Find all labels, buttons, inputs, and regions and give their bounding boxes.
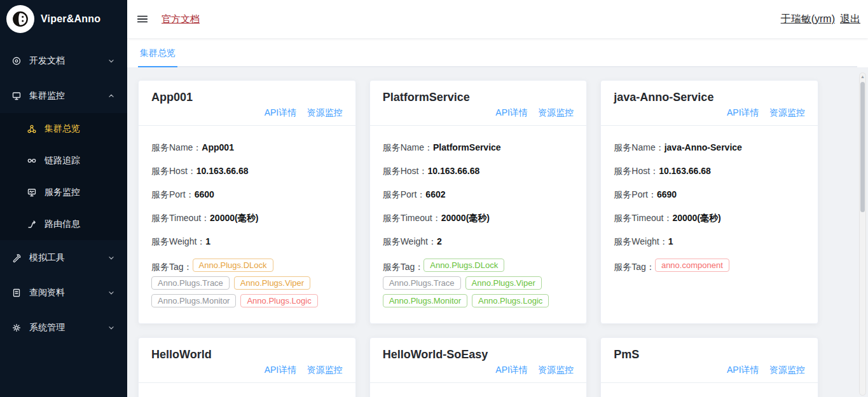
card-header: HelloWorld API详情 资源监控	[139, 338, 355, 383]
field-label: 服务Tag：	[151, 262, 193, 272]
route-icon	[27, 219, 37, 229]
api-detail-link[interactable]: API详情	[727, 365, 759, 375]
service-tag: Anno.Plugs.Logic	[240, 294, 317, 307]
card-links: API详情 资源监控	[383, 107, 574, 119]
service-tag: Anno.Plugs.Viper	[465, 276, 542, 290]
row-service-timeout: 服务Timeout：20000(毫秒)	[151, 212, 343, 225]
field-value: 1	[668, 236, 673, 246]
card-links: API详情 资源监控	[614, 364, 805, 376]
sidebar-item-label: 服务监控	[45, 187, 80, 198]
sidebar-item-label: 集群总览	[45, 123, 80, 135]
api-detail-link[interactable]: API详情	[495, 107, 528, 118]
row-service-timeout: 服务Timeout：20000(毫秒)	[614, 212, 805, 225]
row-service-timeout: 服务Timeout：20000(毫秒)	[383, 212, 574, 225]
card-title: App001	[151, 91, 343, 104]
service-card: PmS API详情 资源监控 服务Name：PmS	[600, 337, 818, 397]
sidebar-item-mock-tools[interactable]: 模拟工具	[0, 240, 127, 275]
sidebar-item-reference-docs[interactable]: 查阅资料	[0, 275, 127, 310]
scroll-up-arrow-icon[interactable]: ▲	[860, 73, 865, 81]
service-tag: Anno.Plugs.Viper	[234, 276, 310, 290]
card-tags: anno.component	[655, 262, 734, 272]
api-detail-link[interactable]: API详情	[265, 365, 297, 375]
resource-monitor-link[interactable]: 资源监控	[307, 365, 343, 375]
top-header: 官方文档 于瑞敏(yrm) 退出	[127, 0, 868, 38]
service-tag: Anno.Plugs.Monitor	[151, 294, 236, 307]
username-link[interactable]: 于瑞敏(yrm)	[781, 13, 835, 26]
tab-cluster-overview[interactable]: 集群总览	[138, 48, 177, 67]
service-tag: Anno.Plugs.Logic	[472, 294, 549, 307]
app-root: Viper&Anno 开发文档 集群监控 集群总览 链路追踪	[0, 0, 868, 397]
card-header: java-Anno-Service API详情 资源监控	[601, 81, 818, 126]
content-area: App001 API详情 资源监控 服务Name：App001 服务Host：1…	[127, 67, 868, 397]
card-body: 服务Name：App001 服务Host：10.163.66.68 服务Port…	[139, 126, 355, 323]
header-user-area: 于瑞敏(yrm) 退出	[781, 13, 862, 26]
official-docs-link[interactable]: 官方文档	[162, 13, 200, 25]
card-links: API详情 资源监控	[151, 364, 343, 376]
card-body: 服务Name：HelloWorld	[139, 383, 355, 397]
sidebar-item-cluster-monitor[interactable]: 集群监控	[0, 78, 127, 113]
row-service-name: 服务Name：java-Anno-Service	[614, 141, 805, 154]
field-label: 服务Tag：	[614, 262, 655, 272]
field-label: 服务Timeout：	[383, 213, 441, 223]
resource-monitor-link[interactable]: 资源监控	[769, 107, 805, 118]
field-value: App001	[202, 142, 234, 152]
card-title: HelloWorld-SoEasy	[383, 348, 574, 361]
resource-monitor-link[interactable]: 资源监控	[769, 365, 805, 375]
sidebar-collapse-button[interactable]	[136, 13, 149, 25]
field-value: 20000(毫秒)	[210, 213, 258, 223]
field-value: 10.163.66.68	[196, 166, 249, 176]
api-detail-link[interactable]: API详情	[727, 107, 759, 118]
service-tag: Anno.Plugs.DLock	[193, 259, 273, 272]
card-header: HelloWorld-SoEasy API详情 资源监控	[370, 338, 587, 383]
resource-monitor-link[interactable]: 资源监控	[538, 107, 574, 118]
field-label: 服务Host：	[383, 166, 428, 176]
card-title: PmS	[614, 348, 805, 361]
card-body: 服务Name：PmS	[601, 383, 818, 397]
field-value: 20000(毫秒)	[672, 213, 720, 223]
api-detail-link[interactable]: API详情	[265, 107, 297, 118]
card-header: PlatformService API详情 资源监控	[370, 81, 587, 126]
row-service-weight: 服务Weight：2	[383, 235, 574, 248]
card-title: PlatformService	[383, 91, 574, 104]
row-service-host: 服务Host：10.163.66.68	[614, 165, 805, 178]
logout-link[interactable]: 退出	[840, 13, 860, 26]
field-label: 服务Host：	[614, 166, 659, 176]
scrollbar-thumb[interactable]	[860, 82, 865, 212]
hamburger-icon	[136, 13, 149, 25]
field-label: 服务Name：	[151, 142, 202, 152]
card-links: API详情 资源监控	[614, 107, 805, 119]
tabs-inner: 集群总览	[138, 47, 857, 67]
service-monitor-icon	[27, 187, 37, 198]
sidebar-item-route-info[interactable]: 路由信息	[0, 208, 127, 240]
card-links: API详情 资源监控	[383, 364, 574, 376]
sidebar-item-system-admin[interactable]: 系统管理	[0, 310, 127, 345]
resource-monitor-link[interactable]: 资源监控	[307, 107, 343, 118]
service-card: HelloWorld-SoEasy API详情 资源监控 服务Name：Hell…	[369, 337, 588, 397]
sidebar-item-dev-docs[interactable]: 开发文档	[0, 43, 127, 78]
field-label: 服务Port：	[151, 189, 195, 199]
resource-monitor-link[interactable]: 资源监控	[538, 365, 574, 375]
document-icon	[11, 288, 22, 298]
row-service-host: 服务Host：10.163.66.68	[383, 165, 574, 178]
field-value: 6602	[425, 189, 445, 199]
card-body: 服务Name：HelloWorld-SoEasy	[370, 383, 587, 397]
logo-area: Viper&Anno	[0, 0, 127, 38]
row-service-port: 服务Port：6600	[151, 188, 343, 201]
sidebar: Viper&Anno 开发文档 集群监控 集群总览 链路追踪	[0, 0, 127, 397]
logo	[6, 5, 34, 33]
app-title: Viper&Anno	[41, 13, 100, 25]
field-value: 2	[437, 236, 442, 246]
row-service-port: 服务Port：6602	[383, 188, 574, 201]
field-value: PlatformService	[433, 142, 501, 152]
row-service-host: 服务Host：10.163.66.68	[151, 165, 343, 178]
sidebar-item-trace[interactable]: 链路追踪	[0, 145, 127, 177]
scrollbar[interactable]: ▲	[859, 72, 866, 396]
service-card: App001 API详情 资源监控 服务Name：App001 服务Host：1…	[138, 80, 356, 324]
row-service-tags: 服务Tag：Anno.Plugs.DLockAnno.Plugs.TraceAn…	[151, 259, 343, 312]
service-card: java-Anno-Service API详情 资源监控 服务Name：java…	[600, 80, 818, 324]
row-service-tags: 服务Tag：anno.component	[614, 259, 805, 276]
api-detail-link[interactable]: API详情	[495, 365, 528, 375]
chevron-down-icon	[107, 253, 116, 262]
sidebar-item-cluster-overview[interactable]: 集群总览	[0, 113, 127, 145]
sidebar-item-service-monitor[interactable]: 服务监控	[0, 177, 127, 208]
